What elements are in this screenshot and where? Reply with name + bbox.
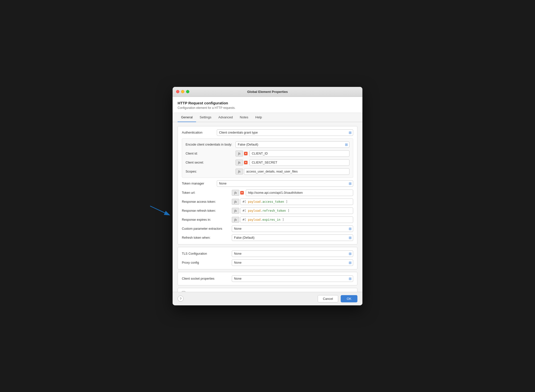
authentication-row: Authentication Client credentials grant …: [182, 129, 353, 136]
response-refresh-token-label: Response refresh token:: [182, 209, 232, 212]
use-reconnection-label[interactable]: Use reconnection: [187, 291, 213, 292]
client-socket-label: Client socket properties: [182, 277, 232, 280]
custom-param-row: Custom parameter extractors None ⊞: [182, 225, 353, 232]
window-controls: [176, 90, 189, 93]
authentication-select-wrapper: Client credentials grant type ⊞: [217, 129, 353, 136]
config-title: HTTP Request configuration: [178, 101, 357, 105]
minimize-button[interactable]: [181, 90, 184, 93]
header-section: HTTP Request configuration Configuration…: [173, 97, 362, 113]
client-id-label: Client id:: [186, 152, 236, 155]
response-access-token-control: fx #[ payload.access_token ]: [232, 198, 353, 205]
tls-section: TLS Configuration None ⊞ Proxy config No…: [178, 247, 357, 269]
client-socket-section: Client socket properties None ⊞: [178, 272, 357, 285]
footer-buttons: Cancel OK: [318, 295, 357, 302]
custom-param-wrapper: None ⊞: [232, 225, 353, 232]
refresh-token-wrapper: False (Default) True ⊞: [232, 234, 353, 241]
inner-credentials-form: Encode client credentials in body: False…: [182, 138, 353, 178]
client-id-fx-button[interactable]: fx: [236, 151, 243, 157]
client-id-control: fx ✕: [236, 150, 349, 157]
refresh-token-when-row: Refresh token when: False (Default) True…: [182, 234, 353, 241]
response-expires-fx-button[interactable]: fx: [232, 217, 239, 223]
token-url-error-badge: ✕: [240, 191, 244, 195]
custom-param-label: Custom parameter extractors: [182, 227, 232, 230]
client-socket-wrapper: None ⊞: [232, 275, 353, 282]
title-bar: Global Element Properties: [173, 87, 362, 97]
response-refresh-token-control: fx #[ payload.refresh_token ]: [232, 207, 353, 214]
client-secret-label: Client secret:: [186, 161, 236, 164]
arrow-annotation: [148, 203, 173, 219]
proxy-row: Proxy config None ⊞: [182, 259, 353, 266]
client-socket-select[interactable]: None: [232, 275, 353, 282]
tab-notes[interactable]: Notes: [236, 113, 252, 122]
authentication-label: Authentication: [182, 131, 217, 134]
scopes-control: fx: [236, 168, 349, 175]
expr-open-bracket: #[: [243, 200, 248, 203]
use-reconnection-checkbox[interactable]: [182, 291, 185, 292]
encode-row: Encode client credentials in body: False…: [186, 141, 349, 148]
response-access-token-fx-button[interactable]: fx: [232, 199, 239, 205]
response-expires-control: fx #[ payload.expires_in ]: [232, 216, 353, 223]
client-id-error-badge: ✕: [244, 152, 248, 155]
scopes-fx-button[interactable]: fx: [236, 169, 243, 175]
token-url-label: Token url:: [182, 191, 232, 195]
client-socket-row: Client socket properties None ⊞: [182, 275, 353, 282]
authentication-select[interactable]: Client credentials grant type: [217, 129, 353, 136]
svg-line-1: [150, 206, 169, 215]
client-secret-control: fx ✕: [236, 159, 349, 166]
response-access-token-field[interactable]: #[ payload.access_token ]: [240, 198, 353, 205]
tab-help[interactable]: Help: [252, 113, 266, 122]
proxy-label: Proxy config: [182, 261, 232, 264]
token-manager-select[interactable]: None: [217, 180, 353, 187]
tls-wrapper: None ⊞: [232, 250, 353, 257]
token-url-row: Token url: fx ✕: [182, 189, 353, 196]
custom-param-control: None ⊞: [232, 225, 353, 232]
token-url-control: fx ✕: [232, 190, 353, 196]
proxy-select[interactable]: None: [232, 259, 353, 266]
response-expires-label: Response expires in:: [182, 218, 232, 221]
help-button[interactable]: ?: [178, 296, 184, 302]
config-subtitle: Configuration element for a HTTP request…: [178, 106, 357, 110]
expr-access-token-green: access_token: [263, 200, 284, 203]
maximize-button[interactable]: [186, 90, 189, 93]
response-access-token-label: Response access token:: [182, 200, 232, 203]
expr-close-bracket: ]: [284, 200, 287, 203]
custom-param-select[interactable]: None: [232, 225, 353, 232]
client-secret-fx-button[interactable]: fx: [236, 160, 243, 166]
response-refresh-token-fx-button[interactable]: fx: [232, 208, 239, 214]
reconnection-section: Use reconnection Fails deployment when t…: [178, 288, 357, 292]
dialog-window: Global Element Properties HTTP Request c…: [173, 87, 362, 305]
client-secret-row: Client secret: fx ✕: [186, 159, 349, 166]
form-content: Authentication Client credentials grant …: [173, 122, 362, 292]
tab-general[interactable]: General: [178, 113, 196, 122]
client-id-row: Client id: fx ✕: [186, 150, 349, 157]
token-manager-wrapper: None ⊞: [217, 180, 353, 187]
encode-select[interactable]: False (Default) True: [236, 141, 349, 148]
encode-control: False (Default) True ⊞: [236, 141, 349, 148]
cancel-button[interactable]: Cancel: [318, 295, 338, 302]
expr-dot: .: [261, 200, 262, 203]
token-url-fx-button[interactable]: fx: [232, 190, 239, 196]
ok-button[interactable]: OK: [341, 295, 357, 302]
client-id-input[interactable]: [250, 150, 349, 157]
refresh-token-select[interactable]: False (Default) True: [232, 234, 353, 241]
proxy-wrapper: None ⊞: [232, 259, 353, 266]
token-url-input[interactable]: [246, 190, 353, 196]
close-button[interactable]: [176, 90, 179, 93]
footer: ? Cancel OK: [173, 292, 362, 305]
scopes-label: Scopes:: [186, 170, 236, 173]
scopes-input[interactable]: [244, 168, 349, 175]
refresh-token-when-control: False (Default) True ⊞: [232, 234, 353, 241]
tab-advanced[interactable]: Advanced: [215, 113, 236, 122]
tls-select[interactable]: None: [232, 250, 353, 257]
response-expires-row: Response expires in: fx #[ payload.expir…: [182, 216, 353, 223]
response-refresh-token-field[interactable]: #[ payload.refresh_token ]: [240, 207, 353, 214]
tls-label: TLS Configuration: [182, 252, 232, 255]
response-expires-field[interactable]: #[ payload.expires_in ]: [240, 216, 353, 223]
encode-label: Encode client credentials in body:: [186, 143, 236, 146]
encode-select-wrapper: False (Default) True ⊞: [236, 141, 349, 148]
refresh-token-when-label: Refresh token when:: [182, 236, 232, 239]
tab-settings[interactable]: Settings: [196, 113, 215, 122]
token-manager-row: Token manager None ⊞: [182, 180, 353, 187]
client-secret-input[interactable]: [250, 159, 349, 166]
expr-payload-orange: payload: [248, 200, 261, 203]
